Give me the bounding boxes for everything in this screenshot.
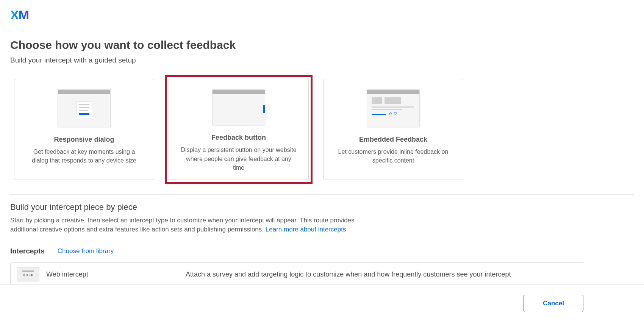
card-title: Feedback button — [211, 134, 266, 142]
illustration-embedded-feedback — [367, 89, 420, 127]
illustration-feedback-button — [212, 89, 265, 125]
divider — [10, 194, 634, 195]
cancel-button[interactable]: Cancel — [524, 295, 583, 312]
card-title: Responsive dialog — [54, 136, 114, 144]
card-desc: Display a persistent button on your webs… — [180, 145, 297, 172]
footer: Cancel — [0, 284, 644, 322]
choose-from-library-link[interactable]: Choose from library — [58, 247, 114, 255]
logo: XM — [10, 8, 29, 22]
header: XM — [0, 0, 644, 30]
card-embedded-feedback[interactable]: Embedded Feedback Let customers provide … — [323, 79, 463, 180]
web-intercept-row[interactable]: Web intercept Attach a survey and add ta… — [10, 262, 584, 287]
section-piece-by-piece-title: Build your intercept piece by piece — [10, 202, 634, 212]
illustration-responsive-dialog — [58, 89, 111, 127]
svg-rect-0 — [22, 270, 34, 272]
intercepts-label: Intercepts — [10, 247, 45, 255]
card-desc: Get feedback at key moments using a dial… — [26, 147, 142, 165]
section-piece-by-piece-desc: Start by picking a creative, then select… — [10, 216, 374, 234]
main-content: Choose how you want to collect feedback … — [0, 30, 644, 287]
web-intercept-title: Web intercept — [46, 270, 179, 278]
thumbs-icon — [388, 112, 397, 116]
intercepts-header: Intercepts Choose from library — [10, 247, 634, 255]
page-title: Choose how you want to collect feedback — [10, 39, 634, 52]
web-intercept-desc: Attach a survey and add targeting logic … — [186, 270, 511, 278]
card-responsive-dialog[interactable]: Responsive dialog Get feedback at key mo… — [14, 79, 154, 180]
card-wrapper-embedded-feedback: Embedded Feedback Let customers provide … — [319, 75, 467, 184]
card-wrapper-feedback-button: Feedback button Display a persistent but… — [165, 75, 313, 184]
card-desc: Let customers provide inline feedback on… — [335, 147, 452, 165]
learn-more-link[interactable]: Learn more about intercepts — [266, 226, 346, 233]
card-wrapper-responsive-dialog: Responsive dialog Get feedback at key mo… — [10, 75, 158, 184]
option-cards-row: Responsive dialog Get feedback at key mo… — [10, 75, 634, 184]
web-intercept-icon — [17, 267, 39, 282]
card-title: Embedded Feedback — [359, 136, 427, 144]
card-feedback-button[interactable]: Feedback button Display a persistent but… — [169, 79, 309, 180]
page-subtitle: Build your intercept with a guided setup — [10, 56, 634, 64]
